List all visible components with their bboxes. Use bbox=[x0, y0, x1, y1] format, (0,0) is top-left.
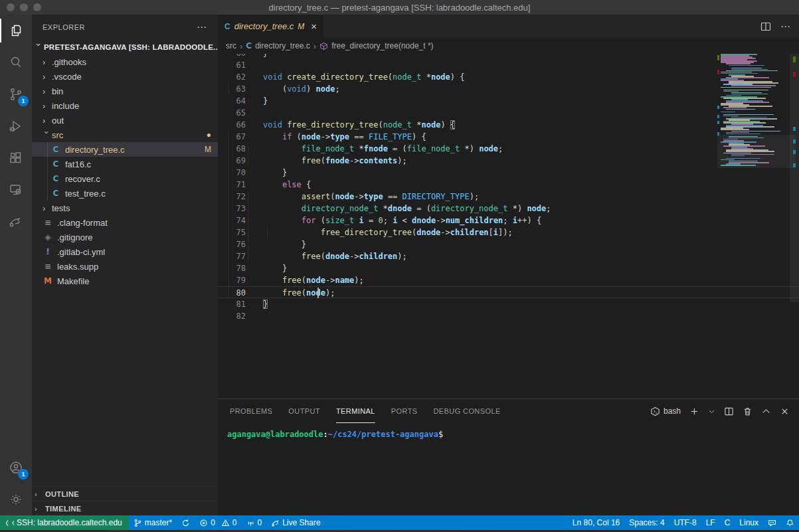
run-debug-icon bbox=[8, 118, 24, 134]
maximize-panel-icon[interactable] bbox=[761, 406, 771, 416]
panel-tab-output[interactable]: OUTPUT bbox=[288, 399, 320, 423]
panel-tab-ports[interactable]: PORTS bbox=[391, 399, 418, 423]
close-panel-icon[interactable] bbox=[780, 406, 790, 416]
split-terminal-icon[interactable] bbox=[724, 406, 734, 416]
line-content: file_node_t *fnode = (file_node_t *) nod… bbox=[246, 143, 503, 155]
tree-item-out[interactable]: ›out bbox=[32, 113, 218, 128]
git-branch-indicator[interactable]: master* bbox=[129, 515, 177, 530]
tree-item-leaks-supp[interactable]: ≡leaks.supp bbox=[32, 259, 218, 274]
activity-bar-item-explorer[interactable] bbox=[0, 15, 32, 46]
tree-item--gitignore[interactable]: ◈.gitignore bbox=[32, 230, 218, 244]
feedback-button[interactable] bbox=[763, 515, 781, 530]
code-line-71[interactable]: 71 else { bbox=[218, 179, 799, 191]
tree-item-test-tree-c[interactable]: Ctest_tree.c bbox=[32, 186, 218, 201]
code-line-75[interactable]: 75 free_directory_tree(dnode->children[i… bbox=[218, 226, 799, 238]
sync-button[interactable] bbox=[177, 515, 195, 530]
sidebar-section-outline[interactable]: ›OUTLINE bbox=[32, 486, 218, 501]
breadcrumb-item-2[interactable]: free_directory_tree(node_t *) bbox=[331, 41, 433, 50]
code-line-69[interactable]: 69 free(fnode->contents); bbox=[218, 155, 799, 167]
editor-scrollbar[interactable] bbox=[790, 54, 799, 302]
line-number: 80 bbox=[218, 287, 246, 298]
code-line-68[interactable]: 68 file_node_t *fnode = (file_node_t *) … bbox=[218, 143, 799, 155]
code-line-65[interactable]: 65 bbox=[218, 107, 799, 119]
minimap-slider[interactable] bbox=[717, 135, 796, 168]
chevron-right-icon: › bbox=[43, 101, 52, 111]
ports-indicator[interactable]: 0 bbox=[242, 515, 267, 530]
code-line-70[interactable]: 70 } bbox=[218, 167, 799, 179]
code-line-63[interactable]: 63 (void) node; bbox=[218, 83, 799, 95]
remote-os-indicator[interactable]: Linux bbox=[735, 515, 763, 530]
code-line-77[interactable]: 77 free(dnode->children); bbox=[218, 250, 799, 262]
new-terminal-icon[interactable] bbox=[689, 406, 699, 416]
vscode-window: directory_tree.c — pretest-agangava [SSH… bbox=[0, 0, 799, 532]
tree-item-directory-tree-c[interactable]: Cdirectory_tree.cM bbox=[32, 142, 218, 157]
code-line-72[interactable]: 72 assert(node->type == DIRECTORY_TYPE); bbox=[218, 191, 799, 203]
code-line-78[interactable]: 78 } bbox=[218, 262, 799, 274]
encoding-indicator[interactable]: UTF-8 bbox=[669, 515, 701, 530]
cursor-position-indicator[interactable]: Ln 80, Col 16 bbox=[568, 515, 624, 530]
explorer-more-actions-icon[interactable]: ⋯ bbox=[197, 21, 207, 33]
line-content: (void) node; bbox=[246, 83, 340, 95]
line-number: 72 bbox=[218, 191, 246, 203]
indentation-indicator[interactable]: Spaces: 4 bbox=[624, 515, 669, 530]
activity-bar-item-search[interactable] bbox=[0, 46, 32, 78]
tree-item-bin[interactable]: ›bin bbox=[32, 84, 218, 98]
git-status-badge: ● bbox=[207, 130, 211, 139]
tree-item--clang-format[interactable]: ≡.clang-format bbox=[32, 215, 218, 230]
panel-tab-debug-console[interactable]: DEBUG CONSOLE bbox=[434, 399, 501, 423]
code-line-81[interactable]: 81} bbox=[218, 298, 799, 310]
language-mode-indicator[interactable]: C bbox=[720, 515, 735, 530]
code-line-73[interactable]: 73 directory_node_t *dnode = (directory_… bbox=[218, 203, 799, 215]
breadcrumb-item-0[interactable]: src bbox=[226, 41, 236, 50]
panel-tab-problems[interactable]: PROBLEMS bbox=[230, 399, 272, 423]
code-line-74[interactable]: 74 for (size_t i = 0; i < dnode->num_chi… bbox=[218, 215, 799, 226]
code-line-76[interactable]: 76 } bbox=[218, 238, 799, 250]
code-line-60[interactable]: 60} bbox=[218, 54, 799, 59]
terminal[interactable]: agangava@labradoodle:~/cs24/pretest-agan… bbox=[218, 423, 799, 515]
code-line-67[interactable]: 67 if (node->type == FILE_TYPE) { bbox=[218, 131, 799, 143]
code-line-80[interactable]: 80 free(node); bbox=[218, 286, 799, 298]
editor-more-actions-icon[interactable]: ⋯ bbox=[780, 21, 791, 33]
terminal-dropdown-chevron-icon[interactable] bbox=[708, 406, 715, 416]
activity-bar-item-extensions[interactable] bbox=[0, 142, 32, 174]
feedback-icon bbox=[768, 519, 776, 527]
tab-close-icon[interactable]: × bbox=[311, 21, 317, 32]
remote-indicator[interactable]: SSH: labradoodle.caltech.edu bbox=[0, 515, 129, 530]
tree-item-fat16-c[interactable]: Cfat16.c bbox=[32, 157, 218, 171]
breadcrumb-item-1[interactable]: directory_tree.c bbox=[255, 41, 310, 50]
tree-item-tests[interactable]: ›tests bbox=[32, 201, 218, 215]
panel-tab-terminal[interactable]: TERMINAL bbox=[336, 399, 375, 423]
tree-root-folder[interactable]: ›PRETEST-AGANGAVA [SSH: LABRADOODLE.... bbox=[32, 40, 218, 54]
notifications-button[interactable] bbox=[781, 515, 799, 530]
terminal-shell-selector[interactable]: bash bbox=[650, 406, 681, 416]
code-line-79[interactable]: 79 free(node->name); bbox=[218, 274, 799, 286]
tree-item-include[interactable]: ›include bbox=[32, 98, 218, 113]
code-line-61[interactable]: 61 bbox=[218, 59, 799, 71]
code-line-64[interactable]: 64} bbox=[218, 95, 799, 107]
tree-item-recover-c[interactable]: Crecover.c bbox=[32, 171, 218, 186]
tree-item--githooks[interactable]: ›.githooks bbox=[32, 54, 218, 69]
activity-bar-item-live-share[interactable] bbox=[0, 206, 32, 238]
activity-bar-item-accounts[interactable]: 1 bbox=[0, 452, 32, 484]
sidebar-section-timeline[interactable]: ›TIMELINE bbox=[32, 501, 218, 515]
activity-bar-item-source-control[interactable]: 1 bbox=[0, 78, 32, 110]
live-share-button[interactable]: Live Share bbox=[266, 515, 325, 530]
activity-bar-item-run-debug[interactable] bbox=[0, 110, 32, 142]
split-editor-icon[interactable] bbox=[760, 21, 771, 32]
tab-directory-tree-c[interactable]: C directory_tree.c M × bbox=[218, 15, 323, 38]
code-editor[interactable]: 60}6162void create_directory_tree(node_t… bbox=[218, 54, 799, 399]
problems-indicator[interactable]: 0 0 bbox=[195, 515, 241, 530]
activity-bar-item-remote-explorer[interactable] bbox=[0, 174, 32, 206]
tree-item--gitlab-ci-yml[interactable]: !.gitlab-ci.yml bbox=[32, 244, 218, 259]
tree-item-makefile[interactable]: MMakefile bbox=[32, 274, 218, 288]
code-line-66[interactable]: 66void free_directory_tree(node_t *node)… bbox=[218, 119, 799, 131]
code-line-62[interactable]: 62void create_directory_tree(node_t *nod… bbox=[218, 71, 799, 83]
makefile-file-icon: M bbox=[43, 276, 53, 286]
tree-item--vscode[interactable]: ›.vscode bbox=[32, 69, 218, 84]
activity-bar-item-settings[interactable] bbox=[0, 484, 32, 515]
kill-terminal-icon[interactable] bbox=[743, 406, 753, 416]
minimap[interactable] bbox=[721, 54, 787, 168]
code-line-82[interactable]: 82 bbox=[218, 310, 799, 322]
tree-item-src[interactable]: ›src● bbox=[32, 128, 218, 142]
eol-indicator[interactable]: LF bbox=[701, 515, 720, 530]
